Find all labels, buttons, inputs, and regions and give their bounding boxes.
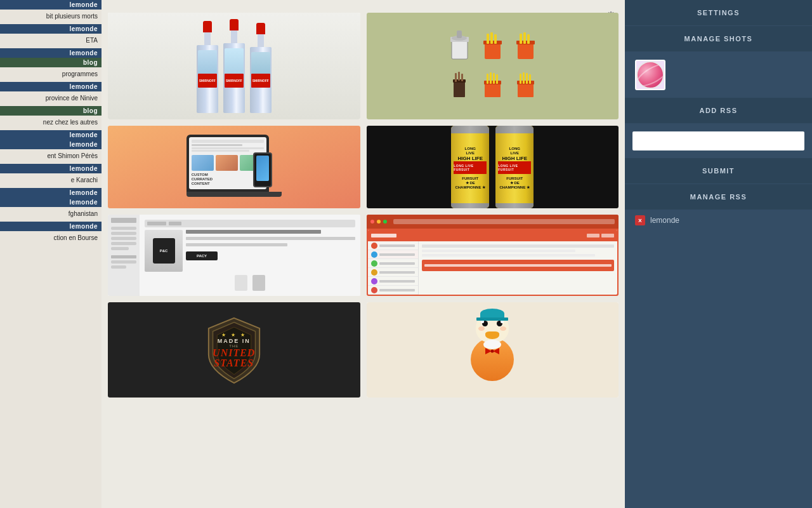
- news-item: lemonde: [0, 48, 102, 58]
- svg-rect-19: [485, 83, 501, 97]
- news-headline[interactable]: province de Ninive: [0, 91, 102, 106]
- gallery-item-laptop[interactable]: CUSTOMCURRATEDCONTENT: [108, 126, 360, 208]
- gallery-item-duck[interactable]: [367, 302, 619, 398]
- news-headline[interactable]: fghanistan: [0, 207, 102, 222]
- manage-shots-button[interactable]: MANAGE SHOTS: [625, 26, 812, 51]
- news-item: lemonde province de Ninive: [0, 82, 102, 106]
- news-item: lemonde e Karachi: [0, 164, 102, 188]
- svg-rect-13: [527, 34, 530, 44]
- gallery-item-snappy[interactable]: [367, 215, 619, 296]
- svg-rect-3: [457, 30, 462, 38]
- beer-image: LONGLIVE HIGH LIFE LONG LIVE FURSUIT FUR…: [367, 126, 619, 208]
- gallery-grid: SMIRNOFF SMIRNOFF: [108, 13, 619, 398]
- news-item: blog nez chez les autres: [0, 106, 102, 130]
- manage-rss-button[interactable]: MANAGE RSS: [625, 184, 812, 210]
- svg-rect-6: [487, 34, 489, 44]
- remove-icon: ×: [638, 217, 642, 224]
- news-source[interactable]: lemonde: [0, 0, 102, 10]
- news-source[interactable]: lemonde: [0, 140, 102, 149]
- news-source[interactable]: lemonde: [0, 188, 102, 197]
- svg-rect-9: [518, 43, 534, 59]
- news-item: lemonde ction en Bourse: [0, 222, 102, 246]
- rss-feed-item: × lemonde: [625, 210, 812, 231]
- news-headline[interactable]: programmes: [0, 67, 102, 82]
- news-source[interactable]: lemonde: [0, 164, 102, 173]
- gallery-item-smirnoff[interactable]: SMIRNOFF SMIRNOFF: [108, 13, 360, 119]
- svg-rect-29: [526, 73, 528, 84]
- svg-point-33: [491, 350, 494, 353]
- gallery-item-madein[interactable]: ★ ★ ★ MADE IN THE UNITED STATES: [108, 302, 360, 398]
- svg-rect-14: [454, 81, 465, 97]
- news-headline[interactable]: nez chez les autres: [0, 116, 102, 130]
- svg-rect-17: [458, 72, 460, 81]
- gallery-item-fastfood[interactable]: [367, 13, 619, 119]
- avatar: [635, 60, 665, 90]
- svg-rect-22: [490, 72, 492, 84]
- gallery-item-beer[interactable]: LONGLIVE HIGH LIFE LONG LIVE FURSUIT FUR…: [367, 126, 619, 208]
- gallery-item-fashion[interactable]: PACY: [108, 215, 360, 296]
- svg-rect-0: [452, 40, 468, 59]
- news-item: lemonde ent Shimon Pérès: [0, 140, 102, 164]
- news-headline[interactable]: ETA: [0, 34, 102, 48]
- svg-rect-30: [529, 74, 531, 84]
- news-source[interactable]: lemonde: [0, 197, 102, 207]
- news-source[interactable]: lemonde: [0, 24, 102, 34]
- news-headline[interactable]: ent Shimon Pérès: [0, 149, 102, 164]
- beer-can-right: LONGLIVE HIGH LIFE LONG LIVE FURSUIT FUR…: [495, 126, 534, 208]
- news-headline[interactable]: bit plusieurs morts: [0, 10, 102, 24]
- svg-rect-23: [493, 73, 495, 84]
- svg-rect-25: [518, 83, 534, 97]
- news-item: lemonde ETA: [0, 24, 102, 48]
- settings-button[interactable]: SETTINGS: [625, 0, 812, 25]
- news-headline[interactable]: e Karachi: [0, 173, 102, 188]
- svg-rect-11: [520, 34, 522, 44]
- svg-rect-21: [487, 74, 488, 84]
- svg-rect-7: [490, 32, 493, 44]
- svg-rect-27: [520, 74, 521, 84]
- svg-rect-12: [523, 32, 526, 44]
- news-source[interactable]: lemonde: [0, 82, 102, 91]
- svg-rect-8: [494, 34, 497, 44]
- news-item: lemonde: [0, 188, 102, 197]
- laptop-image: CUSTOMCURRATEDCONTENT: [108, 126, 360, 208]
- fastfood-image: [367, 13, 619, 119]
- smirnoff-image: SMIRNOFF SMIRNOFF: [108, 13, 360, 119]
- news-source[interactable]: lemonde: [0, 130, 102, 140]
- news-source[interactable]: blog: [0, 58, 102, 67]
- svg-rect-4: [485, 43, 501, 59]
- news-source[interactable]: lemonde: [0, 222, 102, 231]
- rss-input[interactable]: [632, 131, 804, 150]
- news-headline[interactable]: ction en Bourse: [0, 231, 102, 246]
- dribbble-icon: [636, 61, 664, 89]
- svg-rect-24: [496, 74, 498, 84]
- fashion-image: PACY: [108, 215, 360, 296]
- snappy-image: [367, 215, 619, 296]
- right-sidebar: SETTINGS MANAGE SHOTS ADD RSS SUBMIT MAN…: [625, 0, 812, 508]
- add-rss-section: [625, 124, 812, 158]
- left-sidebar: lemonde bit plusieurs morts lemonde ETA …: [0, 0, 102, 508]
- madein-image: ★ ★ ★ MADE IN THE UNITED STATES: [108, 302, 360, 398]
- svg-rect-28: [523, 72, 525, 84]
- svg-rect-16: [455, 73, 457, 82]
- news-item: lemonde: [0, 130, 102, 140]
- add-rss-button[interactable]: ADD RSS: [625, 98, 812, 123]
- rss-remove-button[interactable]: ×: [635, 215, 645, 225]
- svg-rect-18: [461, 74, 463, 81]
- beer-can-left: LONGLIVE HIGH LIFE LONG LIVE FURSUIT FUR…: [451, 126, 489, 208]
- avatar-section: [625, 52, 812, 98]
- news-source[interactable]: blog: [0, 106, 102, 116]
- news-item: lemonde bit plusieurs morts: [0, 0, 102, 24]
- main-content: ⚙ SMIRNOFF: [102, 0, 625, 508]
- news-source[interactable]: lemonde: [0, 48, 102, 58]
- news-item: blog programmes: [0, 58, 102, 82]
- duck-image: [367, 302, 619, 398]
- rss-feed-label[interactable]: lemonde: [650, 216, 679, 225]
- news-item: lemonde fghanistan: [0, 197, 102, 222]
- submit-button[interactable]: SUBMIT: [625, 158, 812, 184]
